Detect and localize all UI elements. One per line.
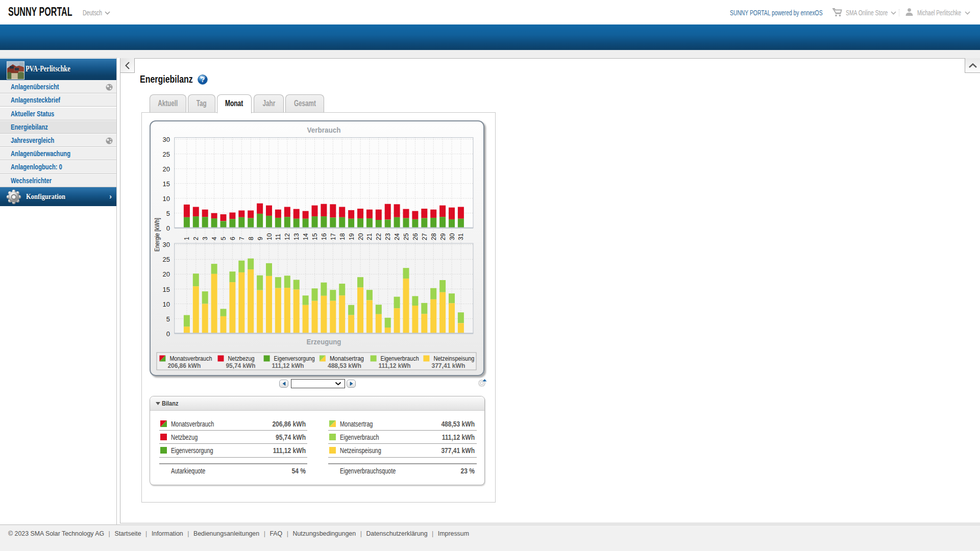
svg-text:18: 18 (339, 233, 346, 240)
svg-text:15: 15 (163, 286, 170, 293)
svg-text:377,41 kWh: 377,41 kWh (431, 362, 465, 369)
svg-text:0: 0 (166, 330, 170, 338)
svg-text:29: 29 (439, 233, 447, 240)
svg-text:2: 2 (192, 237, 200, 240)
svg-text:1: 1 (183, 237, 190, 240)
svg-text:9: 9 (257, 237, 264, 240)
svg-text:30: 30 (163, 136, 170, 143)
svg-text:25: 25 (163, 151, 170, 158)
svg-text:10: 10 (266, 233, 273, 240)
svg-text:12: 12 (284, 233, 291, 240)
svg-text:Erzeugung: Erzeugung (306, 337, 341, 346)
svg-text:22: 22 (375, 233, 382, 240)
svg-text:15: 15 (163, 180, 170, 188)
svg-text:8: 8 (248, 237, 255, 240)
svg-text:111,12 kWh: 111,12 kWh (379, 362, 411, 369)
svg-text:10: 10 (163, 195, 170, 203)
svg-text:27: 27 (421, 233, 428, 240)
svg-text:0: 0 (166, 224, 170, 232)
svg-text:5: 5 (166, 315, 170, 323)
svg-text:31: 31 (457, 233, 464, 240)
svg-text:20: 20 (163, 165, 170, 173)
svg-text:25: 25 (403, 233, 410, 240)
svg-text:6: 6 (229, 237, 236, 240)
svg-text:11: 11 (275, 234, 282, 240)
svg-text:488,53 kWh: 488,53 kWh (328, 362, 361, 369)
svg-text:5: 5 (220, 237, 227, 240)
svg-text:30: 30 (449, 233, 456, 240)
svg-text:206,86 kWh: 206,86 kWh (167, 362, 201, 369)
svg-text:13: 13 (293, 233, 300, 240)
svg-text:25: 25 (163, 256, 170, 263)
svg-text:16: 16 (321, 233, 328, 240)
svg-text:17: 17 (330, 233, 337, 240)
svg-text:14: 14 (302, 233, 309, 240)
svg-text:21: 21 (366, 233, 373, 240)
svg-text:?: ? (201, 76, 205, 84)
svg-text:3: 3 (202, 237, 209, 240)
svg-text:20: 20 (357, 233, 364, 240)
svg-text:10: 10 (163, 300, 170, 308)
svg-text:5: 5 (166, 210, 170, 217)
svg-text:4: 4 (211, 237, 218, 240)
svg-text:19: 19 (348, 233, 355, 240)
svg-text:20: 20 (163, 270, 170, 278)
svg-text:95,74 kWh: 95,74 kWh (226, 362, 256, 369)
svg-text:26: 26 (412, 233, 419, 240)
svg-text:30: 30 (163, 241, 170, 248)
svg-text:7: 7 (238, 237, 246, 240)
svg-text:15: 15 (311, 233, 318, 240)
svg-text:24: 24 (394, 233, 401, 240)
svg-text:Energie [kWh]: Energie [kWh] (153, 218, 161, 252)
svg-text:111,12 kWh: 111,12 kWh (272, 362, 304, 369)
svg-text:28: 28 (430, 233, 437, 240)
svg-text:Verbrauch: Verbrauch (307, 126, 340, 134)
svg-text:23: 23 (384, 233, 391, 240)
